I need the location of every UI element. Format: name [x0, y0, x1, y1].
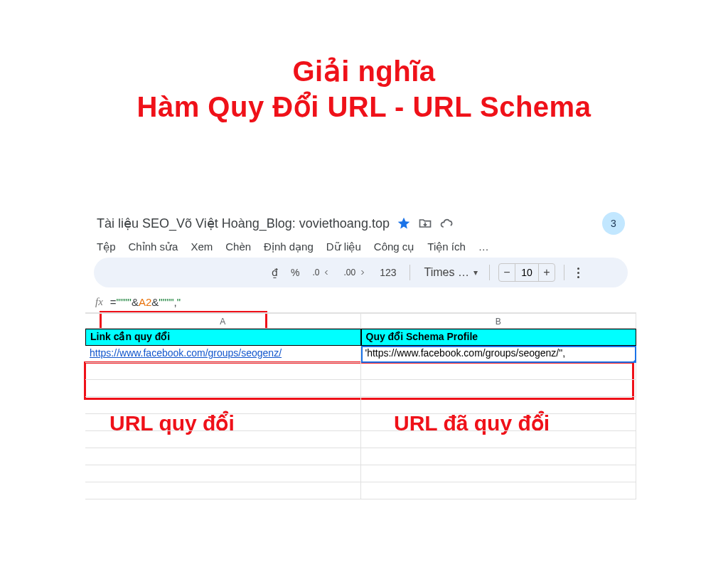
cell-a6[interactable] [85, 414, 361, 431]
tb-more-menu[interactable] [573, 268, 584, 278]
row-9 [85, 465, 636, 482]
tb-font-select[interactable]: Times … ▾ [419, 266, 481, 279]
cell-b3[interactable] [361, 363, 637, 380]
spreadsheet-window: Tài liệu SEO_Võ Việt Hoàng_Blog: vovieth… [85, 205, 636, 499]
cell-b8[interactable] [361, 448, 637, 465]
page-title-line-2: Hàm Quy Đổi URL - URL Schema [0, 91, 728, 122]
menu-data[interactable]: Dữ liệu [326, 240, 361, 253]
cell-a7[interactable] [85, 431, 361, 448]
row-4 [85, 380, 636, 397]
sheet-header: Tài liệu SEO_Võ Việt Hoàng_Blog: vovieth… [85, 205, 636, 258]
doc-title[interactable]: Tài liệu SEO_Võ Việt Hoàng_Blog: vovieth… [97, 216, 390, 231]
tb-font-size-increase[interactable]: + [539, 266, 555, 279]
fx-q2: """" [159, 296, 173, 308]
cell-b2[interactable]: 'https://www.facebook.com/groups/seogenz… [361, 346, 637, 363]
cell-a2[interactable]: https://www.facebook.com/groups/seogenz/ [85, 346, 361, 363]
fx-ref: A2 [139, 296, 151, 308]
cell-a8[interactable] [85, 448, 361, 465]
row-3 [85, 363, 636, 380]
menu-more[interactable]: … [478, 240, 489, 253]
kebab-icon [577, 268, 579, 278]
menu-file[interactable]: Tệp [97, 240, 116, 253]
row-2: https://www.facebook.com/groups/seogenz/… [85, 346, 636, 363]
cell-b10[interactable] [361, 482, 637, 499]
cell-b1[interactable]: Quy đổi Schema Profile [361, 329, 637, 346]
tb-font-size-group: − 10 + [498, 263, 555, 282]
cell-a4[interactable] [85, 380, 361, 397]
menu-edit[interactable]: Chỉnh sửa [129, 240, 178, 253]
menu-format[interactable]: Định dạng [264, 240, 314, 253]
cloud-icon[interactable] [439, 216, 454, 231]
chevron-down-icon: ▾ [473, 268, 478, 277]
menu-addons[interactable]: Tiện ích [427, 240, 465, 253]
fx-eq: = [110, 296, 117, 308]
column-headers: A B [85, 313, 636, 329]
cell-b4[interactable] [361, 380, 637, 397]
row-10 [85, 482, 636, 499]
menu-bar: Tệp Chỉnh sửa Xem Chèn Định dạng Dữ liệu… [97, 235, 625, 258]
cell-a2-link[interactable]: https://www.facebook.com/groups/seogenz/ [90, 347, 282, 359]
tb-font-name: Times … [424, 266, 469, 279]
row-1: Link cần quy đổi Quy đổi Schema Profile [85, 329, 636, 346]
tb-percent[interactable]: % [287, 267, 304, 278]
fx-amp2: & [151, 296, 159, 308]
tb-number-format[interactable]: 123 [375, 267, 400, 278]
toolbar-separator-3 [564, 265, 564, 280]
cell-b5[interactable] [361, 397, 637, 414]
row-8 [85, 448, 636, 465]
move-folder-icon[interactable] [418, 216, 432, 231]
menu-view[interactable]: Xem [191, 240, 213, 253]
doc-title-row: Tài liệu SEO_Võ Việt Hoàng_Blog: vovieth… [97, 212, 625, 235]
toolbar: ₫ % .0 .00 123 Times … ▾ − 10 + [94, 258, 628, 287]
menu-tools[interactable]: Công cụ [374, 240, 415, 253]
cell-a5[interactable] [85, 397, 361, 414]
row-7 [85, 431, 636, 448]
tb-increase-decimals[interactable]: .00 [339, 268, 371, 277]
fx-amp1: & [132, 296, 139, 308]
cell-b7[interactable] [361, 431, 637, 448]
col-header-b[interactable]: B [361, 313, 637, 329]
sheet-grid[interactable]: A B Link cần quy đổi Quy đổi Schema Prof… [85, 313, 636, 499]
cell-a3[interactable] [85, 363, 361, 380]
menu-insert[interactable]: Chèn [225, 240, 251, 253]
chat-badge[interactable]: 3 [602, 212, 625, 235]
tb-font-size-value[interactable]: 10 [515, 264, 539, 281]
cell-b9[interactable] [361, 465, 637, 482]
star-icon[interactable] [397, 216, 411, 231]
row-6 [85, 414, 636, 431]
cell-a9[interactable] [85, 465, 361, 482]
cell-b6[interactable] [361, 414, 637, 431]
toolbar-separator-2 [489, 265, 490, 280]
formula-bar[interactable]: fx = """" & A2 & """" , " [85, 293, 636, 313]
toolbar-separator [410, 265, 410, 280]
col-header-a[interactable]: A [85, 313, 361, 329]
tb-font-size-decrease[interactable]: − [499, 266, 515, 279]
cell-a10[interactable] [85, 482, 361, 499]
fx-qend: " [177, 296, 181, 308]
page-title-line-1: Giải nghĩa [0, 55, 728, 87]
tb-currency[interactable]: ₫ [267, 267, 282, 278]
tb-decrease-decimals[interactable]: .0 [308, 268, 335, 277]
cell-a1[interactable]: Link cần quy đổi [85, 329, 361, 346]
fx-q1: """" [117, 296, 132, 308]
row-5 [85, 397, 636, 414]
fx-icon: fx [95, 296, 105, 308]
